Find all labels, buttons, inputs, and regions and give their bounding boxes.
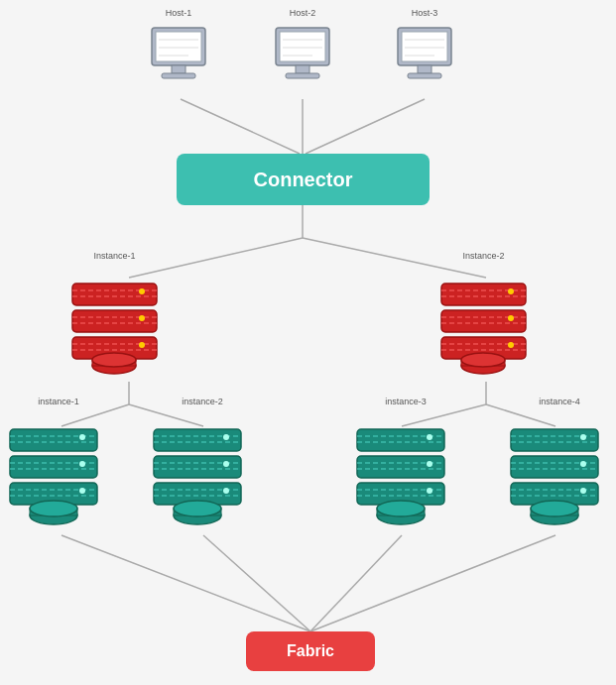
primary-server-1-label: Instance-1 — [93, 251, 135, 261]
secondary-server-4: instance-4 — [506, 397, 613, 527]
svg-point-122 — [580, 461, 586, 467]
svg-line-14 — [310, 535, 402, 631]
secondary-server-1: instance-1 — [5, 397, 112, 527]
svg-rect-26 — [286, 73, 319, 78]
svg-point-121 — [580, 434, 586, 440]
svg-point-92 — [223, 461, 229, 467]
secondary-server-3-label: instance-3 — [385, 397, 427, 406]
computer-1: Host-1 — [144, 8, 213, 89]
svg-line-0 — [181, 99, 300, 154]
svg-point-81 — [30, 501, 77, 516]
svg-rect-33 — [408, 73, 441, 78]
svg-point-77 — [79, 461, 85, 467]
fabric-label: Fabric — [287, 642, 334, 660]
computer-label-1: Host-1 — [166, 8, 192, 18]
svg-rect-70 — [10, 456, 97, 478]
svg-point-108 — [427, 488, 432, 494]
primary-server-2-label: Instance-2 — [462, 251, 504, 261]
svg-point-96 — [174, 501, 221, 516]
computer-label-2: Host-2 — [290, 8, 316, 18]
svg-point-107 — [427, 461, 432, 467]
svg-rect-58 — [441, 284, 526, 305]
secondary-server-2-label: instance-2 — [182, 397, 223, 406]
svg-rect-40 — [72, 310, 157, 332]
svg-point-46 — [139, 288, 145, 294]
svg-rect-85 — [154, 456, 241, 478]
svg-point-91 — [223, 434, 229, 440]
svg-point-51 — [92, 353, 136, 367]
svg-rect-88 — [154, 429, 241, 451]
svg-rect-17 — [156, 32, 201, 61]
secondary-server-2: instance-2 — [149, 397, 256, 527]
computer-label-3: Host-3 — [412, 8, 438, 18]
svg-point-47 — [139, 315, 145, 321]
svg-point-63 — [508, 342, 514, 348]
svg-rect-55 — [441, 310, 526, 332]
computer-2: Host-2 — [268, 8, 337, 89]
computer-3: Host-3 — [390, 8, 459, 89]
svg-point-93 — [223, 488, 229, 494]
svg-rect-100 — [357, 456, 444, 478]
svg-rect-32 — [418, 65, 431, 73]
svg-point-78 — [79, 488, 85, 494]
svg-point-48 — [139, 342, 145, 348]
svg-rect-31 — [402, 32, 447, 61]
svg-rect-118 — [511, 429, 598, 451]
architecture-diagram: Host-1 Host-2 Host-3 — [0, 0, 616, 685]
connector-box[interactable]: Connector — [177, 154, 430, 205]
secondary-server-3: instance-3 — [352, 397, 459, 527]
secondary-server-4-label: instance-4 — [539, 397, 580, 406]
svg-rect-43 — [72, 284, 157, 305]
svg-point-62 — [508, 315, 514, 321]
svg-point-126 — [531, 501, 578, 516]
svg-rect-24 — [280, 32, 325, 61]
primary-server-1: Instance-1 — [67, 251, 162, 377]
svg-rect-19 — [162, 73, 195, 78]
svg-point-123 — [580, 488, 586, 494]
svg-rect-115 — [511, 456, 598, 478]
svg-point-106 — [427, 434, 432, 440]
primary-server-2: Instance-2 — [436, 251, 531, 377]
svg-rect-25 — [296, 65, 309, 73]
svg-point-66 — [461, 353, 505, 367]
svg-point-76 — [79, 434, 85, 440]
svg-point-61 — [508, 288, 514, 294]
fabric-box[interactable]: Fabric — [246, 631, 375, 671]
svg-rect-18 — [172, 65, 185, 73]
svg-line-13 — [203, 535, 310, 631]
svg-point-111 — [377, 501, 425, 516]
svg-rect-73 — [10, 429, 97, 451]
svg-line-2 — [306, 99, 425, 154]
connector-label: Connector — [254, 169, 353, 191]
svg-rect-103 — [357, 429, 444, 451]
svg-line-15 — [310, 535, 555, 631]
secondary-server-1-label: instance-1 — [38, 397, 79, 406]
svg-line-12 — [62, 535, 310, 631]
